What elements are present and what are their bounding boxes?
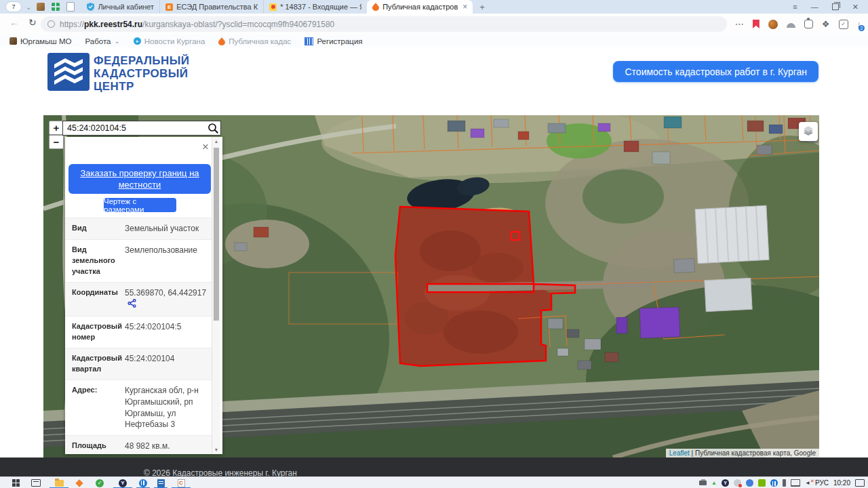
restore-icon[interactable]	[832, 3, 839, 10]
link-icon[interactable]	[127, 299, 136, 311]
usb-icon[interactable]	[783, 479, 786, 487]
notes-icon[interactable]	[66, 2, 75, 12]
order-boundary-check-button[interactable]: Заказать проверку границ на местности	[68, 164, 211, 194]
back-icon[interactable]: ←	[9, 17, 19, 28]
taskbar: ✓ Y С ▲ Y ◄✕ РУС 10:20	[0, 476, 868, 488]
bookmarks-bar: Юргамыш МО Работа ⌄ ➤ Новости Кургана Пу…	[0, 35, 868, 48]
reload-icon[interactable]: ↻	[28, 17, 37, 28]
address-bar[interactable]: https://pkk.reestr54.ru/kurganskaya-obla…	[41, 16, 727, 32]
federal-cadastral-center-logo[interactable]	[47, 53, 90, 94]
attribute-row: Вид земельного участкаЗемлепользование	[65, 239, 212, 282]
panel-scrollbar[interactable]: ▲ ▼	[212, 137, 220, 454]
tab-mail-inbox[interactable]: * 14837 - Входящие — Янд	[263, 0, 367, 14]
bookmark-flag-icon[interactable]	[753, 20, 760, 28]
search-icon[interactable]	[205, 123, 220, 134]
bars-icon	[139, 479, 147, 487]
bookmark-registration[interactable]: Регистрация	[304, 37, 362, 45]
blue-app-tray-icon[interactable]	[770, 479, 778, 487]
scroll-down-icon[interactable]: ▼	[212, 447, 220, 452]
parcel-info-panel: × Заказать проверку границ на местности …	[65, 137, 222, 454]
attribute-row: Площадь уточненная:48 982 кв.м.	[65, 435, 212, 454]
start-button[interactable]	[7, 477, 24, 488]
tab-counter[interactable]: 7	[5, 1, 22, 12]
zoom-out-button[interactable]: −	[49, 135, 64, 149]
app-blue-button[interactable]	[134, 477, 152, 488]
document-app-button[interactable]	[152, 477, 170, 488]
cadastral-search-box	[62, 121, 221, 136]
diamond-icon	[75, 479, 83, 487]
windows-icon	[12, 479, 20, 487]
yandex-browser-button[interactable]: Y	[111, 477, 134, 488]
site-footer: © 2026 Кадастровые инженеры г. Курган	[0, 458, 868, 476]
tab-esed[interactable]: Е ЕСЭД Правительства Кур	[159, 0, 263, 14]
network-icon[interactable]	[791, 479, 800, 487]
scroll-up-icon[interactable]: ▲	[212, 139, 220, 144]
more-icon[interactable]: ⋯	[735, 19, 744, 29]
downloads-icon[interactable]: ↓ 2	[857, 19, 862, 29]
cadastral-works-cost-button[interactable]: Стоимость кадастровых работ в г. Курган	[613, 61, 818, 82]
file-explorer-button[interactable]	[47, 477, 71, 488]
close-icon[interactable]: ×	[202, 141, 209, 152]
site-header: ФЕДЕРАЛЬНЫЙ КАДАСТРОВЫЙ ЦЕНТР Стоимость …	[0, 47, 868, 115]
notification-dot-icon[interactable]	[734, 479, 741, 487]
yandex-tray-icon[interactable]: Y	[722, 479, 729, 487]
bookmark-yurgamysh[interactable]: Юргамыш МО	[9, 37, 71, 45]
language-indicator[interactable]: РУС	[815, 479, 829, 487]
new-tab-button[interactable]: +	[479, 2, 485, 12]
layers-button[interactable]	[799, 122, 818, 141]
action-center-icon[interactable]	[855, 479, 865, 487]
telegram-icon: ➤	[134, 37, 141, 45]
assistant-icon[interactable]	[768, 20, 778, 29]
chevron-down-icon: ⌄	[114, 37, 119, 45]
map-container[interactable]: + − × Заказать проверку границ на местно…	[43, 115, 819, 458]
tabs-dropdown-icon[interactable]: ⌄	[26, 3, 31, 11]
extensions-icon[interactable]	[804, 20, 813, 28]
task-view-button[interactable]	[24, 477, 47, 488]
app-diamond-button[interactable]	[71, 477, 88, 488]
cadastre-flame-icon	[372, 3, 379, 11]
volume-muted-icon[interactable]: ◄✕	[805, 480, 810, 486]
minimize-icon[interactable]: —	[811, 3, 818, 11]
attribute-row: ВидЗемельный участок	[65, 218, 212, 239]
printer-icon[interactable]	[699, 481, 707, 485]
profile-icon[interactable]	[787, 23, 795, 28]
zoom-in-button[interactable]: +	[49, 121, 64, 135]
collections-icon[interactable]: ❖	[822, 19, 830, 29]
pinned-site-icon[interactable]	[37, 3, 45, 11]
downloads-badge: 2	[859, 25, 865, 31]
logo-text: ФЕДЕРАЛЬНЫЙ КАДАСТРОВЫЙ ЦЕНТР	[94, 54, 189, 93]
tab-close-icon[interactable]: ×	[462, 2, 467, 12]
screen: 7 ⌄ Личный кабинет Е ЕСЭД Правительства …	[0, 0, 868, 488]
attribute-row: Кадастровый номер45:24:020104:5	[65, 316, 212, 348]
attribute-row-coordinates: Координаты55.369870, 64.442917	[65, 282, 212, 317]
show-hidden-icons[interactable]: ▲	[711, 480, 717, 486]
bookmark-cadastral[interactable]: Публичная кадас	[218, 37, 291, 45]
table-icon	[304, 37, 313, 45]
task-check-icon[interactable]: ✓	[839, 20, 848, 29]
site-security-icon[interactable]	[47, 20, 55, 28]
leaflet-link[interactable]: Leaflet	[669, 449, 690, 457]
tab-cadastral-map[interactable]: Публичная кадастров ×	[367, 0, 473, 14]
attribute-row: Адрес:Курганская обл, р-н Юргамышский, р…	[65, 380, 212, 435]
folder-icon	[55, 480, 64, 487]
search-input[interactable]	[63, 123, 205, 133]
bookmark-work-folder[interactable]: Работа ⌄	[85, 37, 119, 45]
clock[interactable]: 10:20	[833, 479, 850, 487]
task-view-icon	[31, 479, 41, 487]
gpu-icon[interactable]	[758, 479, 766, 487]
drawing-with-dimensions-button[interactable]: Чертеж с размерами	[104, 198, 176, 212]
close-window-icon[interactable]: ✕	[852, 3, 859, 12]
tab-personal-account[interactable]: Личный кабинет	[81, 0, 159, 14]
attribute-row: Кадастровый квартал45:24:020104	[65, 348, 212, 380]
mail-icon	[269, 3, 277, 11]
person-icon[interactable]	[746, 479, 753, 487]
antivirus-button[interactable]: ✓	[88, 477, 111, 488]
document-icon	[157, 479, 165, 487]
apps-grid-icon[interactable]	[52, 3, 60, 11]
scrollbar-thumb[interactable]	[214, 148, 219, 321]
browser-menu-icon[interactable]: ≡	[793, 3, 797, 11]
bookmark-news[interactable]: ➤ Новости Кургана	[134, 37, 205, 45]
map-attribution: Leaflet | Публичная кадастровая карта, G…	[666, 449, 819, 458]
consultant-button[interactable]: С	[170, 477, 193, 488]
yandex-icon: Y	[119, 479, 127, 487]
